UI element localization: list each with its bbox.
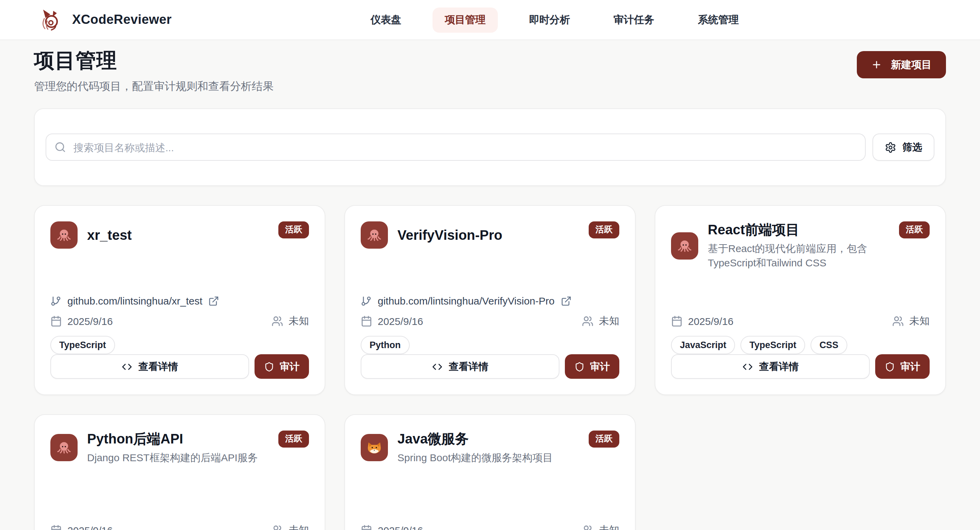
project-card: VerifyVision-Pro 活跃 github.com/lintsingh… — [344, 205, 636, 395]
filter-label: 筛选 — [902, 140, 922, 153]
project-avatar — [50, 434, 78, 461]
nav-item-系统管理[interactable]: 系统管理 — [686, 7, 751, 32]
language-tag: JavaScript — [671, 336, 735, 354]
brand-name: XCodeReviewer — [72, 12, 172, 27]
brand[interactable]: XCodeReviewer — [35, 5, 172, 34]
nav-item-项目管理[interactable]: 项目管理 — [433, 7, 498, 32]
language-tags: Python — [361, 336, 619, 354]
git-branch-icon — [361, 296, 372, 307]
project-grid: xr_test 活跃 github.com/lintsinghua/xr_tes… — [34, 205, 946, 530]
octopus-icon — [676, 238, 693, 254]
search-filter-card: 筛选 — [34, 108, 946, 186]
nav-item-仪表盘[interactable]: 仪表盘 — [358, 7, 414, 32]
nav-item-即时分析[interactable]: 即时分析 — [517, 7, 582, 32]
users-icon — [892, 315, 904, 327]
page-header: 项目管理 管理您的代码项目，配置审计规则和查看分析结果 新建项目 — [34, 47, 946, 94]
created-date: 2025/9/16 — [50, 525, 113, 530]
view-details-button[interactable]: 查看详情 — [50, 354, 249, 379]
project-avatar — [671, 232, 698, 260]
project-name: React前端项目 — [708, 221, 889, 238]
page-subtitle: 管理您的代码项目，配置审计规则和查看分析结果 — [34, 80, 274, 94]
project-avatar — [361, 434, 388, 461]
shield-icon — [885, 361, 895, 372]
external-link-icon — [208, 296, 220, 307]
shield-icon — [264, 361, 274, 372]
language-tags: JavaScriptTypeScriptCSS — [671, 336, 930, 354]
status-badge: 活跃 — [278, 221, 309, 238]
project-description: Spring Boot构建的微服务架构项目 — [398, 450, 579, 465]
search-box — [46, 134, 865, 161]
audit-button[interactable]: 审计 — [255, 354, 309, 379]
new-project-button[interactable]: 新建项目 — [857, 51, 946, 78]
calendar-icon — [50, 315, 62, 327]
plus-icon — [871, 59, 882, 70]
owner: 未知 — [892, 315, 930, 328]
created-date: 2025/9/16 — [361, 315, 423, 327]
status-badge: 活跃 — [899, 221, 930, 238]
project-card: Python后端API Django REST框架构建的后端API服务 活跃 2… — [34, 414, 325, 530]
project-card: React前端项目 基于React的现代化前端应用，包含TypeScript和T… — [655, 205, 946, 395]
main-content: 项目管理 管理您的代码项目，配置审计规则和查看分析结果 新建项目 筛选 — [0, 40, 980, 530]
repo-link[interactable]: github.com/lintsinghua/xr_test — [50, 295, 220, 307]
owner: 未知 — [582, 524, 619, 530]
view-details-button[interactable]: 查看详情 — [671, 354, 870, 379]
page-header-text: 项目管理 管理您的代码项目，配置审计规则和查看分析结果 — [34, 47, 274, 94]
gear-icon — [885, 141, 896, 153]
owner: 未知 — [272, 524, 309, 530]
language-tag: TypeScript — [50, 336, 115, 354]
octopus-logo-icon — [35, 5, 64, 34]
project-avatar — [50, 221, 78, 249]
code-icon — [121, 361, 132, 372]
shield-icon — [574, 361, 585, 372]
language-tag: Python — [361, 336, 410, 354]
search-icon — [54, 141, 66, 153]
users-icon — [272, 525, 283, 530]
status-badge: 活跃 — [589, 221, 619, 238]
calendar-icon — [671, 315, 682, 327]
main-nav: 仪表盘项目管理即时分析审计任务系统管理 — [358, 7, 751, 32]
repo-link[interactable]: github.com/lintsinghua/VerifyVision-Pro — [361, 295, 572, 307]
audit-button[interactable]: 审计 — [565, 354, 619, 379]
audit-button[interactable]: 审计 — [875, 354, 930, 379]
filter-button[interactable]: 筛选 — [872, 134, 934, 161]
project-avatar — [361, 221, 388, 249]
language-tag: CSS — [811, 336, 847, 354]
git-branch-icon — [50, 296, 61, 307]
owner: 未知 — [582, 315, 619, 328]
owner: 未知 — [272, 315, 309, 328]
nav-item-审计任务[interactable]: 审计任务 — [601, 7, 667, 32]
calendar-icon — [361, 315, 372, 327]
page-title: 项目管理 — [34, 47, 274, 75]
octopus-icon — [366, 227, 382, 243]
users-icon — [272, 315, 283, 327]
status-badge: 活跃 — [589, 431, 619, 448]
status-badge: 活跃 — [278, 431, 309, 448]
created-date: 2025/9/16 — [50, 315, 113, 327]
calendar-icon — [361, 525, 372, 530]
code-icon — [432, 361, 442, 372]
project-name: Python后端API — [87, 431, 269, 447]
octopus-icon — [56, 227, 72, 243]
code-icon — [742, 361, 752, 372]
language-tags: TypeScript — [50, 336, 309, 354]
project-management-page: XCodeReviewer 仪表盘项目管理即时分析审计任务系统管理 项目管理 管… — [0, 0, 980, 530]
external-link-icon — [561, 296, 572, 307]
users-icon — [582, 525, 593, 530]
created-date: 2025/9/16 — [361, 525, 423, 530]
top-navbar: XCodeReviewer 仪表盘项目管理即时分析审计任务系统管理 — [0, 0, 980, 40]
project-card: xr_test 活跃 github.com/lintsinghua/xr_tes… — [34, 205, 325, 395]
repo-url: github.com/lintsinghua/xr_test — [67, 295, 202, 307]
project-name: Java微服务 — [398, 431, 579, 447]
project-card: Java微服务 Spring Boot构建的微服务架构项目 活跃 2025/9/… — [344, 414, 636, 530]
project-name: VerifyVision-Pro — [398, 227, 579, 243]
language-tag: TypeScript — [741, 336, 805, 354]
fox-icon — [366, 439, 382, 456]
project-name: xr_test — [87, 227, 269, 243]
project-description: 基于React的现代化前端应用，包含TypeScript和Tailwind CS… — [708, 241, 889, 270]
project-description: Django REST框架构建的后端API服务 — [87, 450, 269, 465]
view-details-button[interactable]: 查看详情 — [361, 354, 559, 379]
search-input[interactable] — [46, 134, 865, 161]
octopus-icon — [56, 439, 72, 456]
users-icon — [582, 315, 593, 327]
calendar-icon — [50, 525, 62, 530]
